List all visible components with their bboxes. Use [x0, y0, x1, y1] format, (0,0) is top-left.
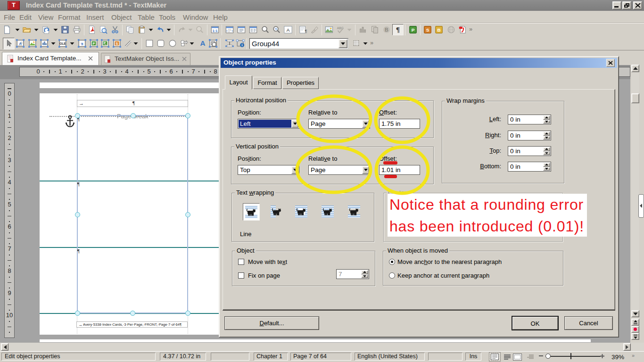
svg-text:B: B — [437, 27, 440, 33]
svg-text:¶: ¶ — [305, 29, 307, 33]
svg-text:P: P — [93, 41, 95, 46]
svg-text:A: A — [200, 39, 205, 47]
svg-text:π: π — [81, 41, 83, 46]
svg-text:1:1: 1:1 — [212, 29, 218, 33]
svg-text:OLE: OLE — [60, 42, 66, 45]
svg-text:%: % — [274, 27, 277, 31]
svg-text:S: S — [116, 41, 118, 46]
svg-text:¶: ¶ — [396, 25, 400, 33]
svg-text:A: A — [287, 27, 290, 33]
svg-text:P: P — [104, 41, 106, 45]
svg-text:i: i — [242, 43, 243, 47]
svg-text:B: B — [385, 27, 388, 33]
svg-text:S: S — [426, 27, 429, 33]
svg-text:P: P — [412, 27, 415, 33]
